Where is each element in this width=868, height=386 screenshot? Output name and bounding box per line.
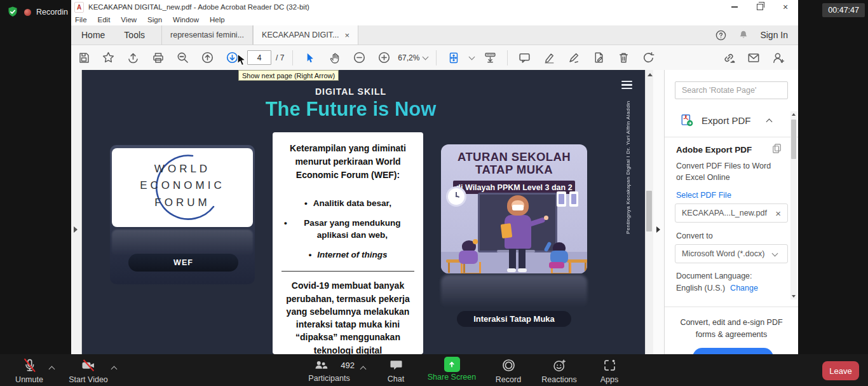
page-total-label: / 7: [276, 53, 284, 62]
dropdown-caret-icon: [772, 250, 778, 256]
remove-file-icon[interactable]: ×: [775, 208, 781, 219]
delete-page-button[interactable]: [611, 48, 636, 67]
change-language-link[interactable]: Change: [730, 284, 758, 293]
export-pdf-icon: [680, 113, 694, 127]
scroll-up-icon[interactable]: [648, 73, 653, 76]
previous-page-button[interactable]: [195, 48, 220, 67]
reactions-button[interactable]: Reactions: [536, 357, 583, 384]
share-file-button[interactable]: [121, 48, 146, 67]
menu-edit[interactable]: Edit: [98, 16, 111, 24]
hand-icon: [329, 52, 341, 64]
apps-icon: [602, 357, 617, 373]
share-link-button[interactable]: [716, 48, 741, 67]
start-video-button[interactable]: Start Video: [66, 357, 111, 384]
save-button[interactable]: [71, 48, 96, 67]
comment-button[interactable]: [512, 48, 537, 67]
tab-doc-representasi[interactable]: representasi femini...: [161, 25, 253, 45]
star-icon: [102, 51, 115, 64]
format-dropdown[interactable]: Microsoft Word (*.docx): [675, 244, 788, 263]
zoom-out-button[interactable]: [347, 48, 372, 67]
minimize-button[interactable]: [722, 0, 747, 14]
comment-icon: [518, 51, 531, 64]
stamp-button[interactable]: [587, 48, 611, 67]
acrobat-window: A KECAKAPAN DIGITAL_new.pdf - Adobe Acro…: [71, 0, 798, 354]
record-button[interactable]: Record: [487, 357, 530, 384]
selected-file-chip[interactable]: KECAKAPA...L_new.pdf ×: [675, 203, 788, 223]
page-number-input[interactable]: [247, 50, 271, 65]
page-pen-icon: [592, 51, 606, 64]
sign-in-button[interactable]: Sign In: [760, 30, 788, 40]
menu-window[interactable]: Window: [173, 16, 199, 24]
pdf-scrollbar-thumb[interactable]: [646, 191, 652, 231]
menu-file[interactable]: File: [75, 16, 87, 24]
menu-sign[interactable]: Sign: [147, 16, 162, 24]
share-screen-icon: [444, 357, 460, 372]
panel-footer-text: Convert, edit and e-sign PDF forms & agr…: [677, 317, 785, 341]
notifications-bell-icon[interactable]: [738, 29, 749, 41]
unmute-button[interactable]: Unmute: [9, 357, 50, 384]
skills-heading: Keterampilan yang diminati menurut perki…: [279, 142, 417, 182]
panel-scrollbar-thumb[interactable]: [791, 120, 796, 159]
page-scrolling-icon: [484, 51, 497, 64]
participants-button[interactable]: 492 Participants: [304, 357, 355, 383]
zoom-level-select[interactable]: 67,2%: [398, 53, 419, 62]
meeting-timer: 00:47:47: [822, 3, 865, 17]
nav-pane-strip: [71, 70, 82, 354]
wall-poster: [569, 191, 578, 207]
select-pdf-file-link[interactable]: Select PDF File: [676, 191, 731, 200]
restore-button[interactable]: [747, 0, 773, 14]
account-button[interactable]: [766, 48, 790, 67]
participants-options-caret[interactable]: [357, 362, 369, 374]
panel-expand-icon[interactable]: [656, 226, 660, 233]
convert-to-label: Convert to: [676, 231, 713, 240]
convert-button[interactable]: [693, 348, 773, 354]
panel-scroll-down-icon[interactable]: [792, 295, 796, 298]
skills-bullet-list: •Analitik data besar, •Pasar yang menduk…: [273, 197, 423, 261]
help-icon[interactable]: [715, 29, 727, 41]
share-screen-button[interactable]: Share Screen: [427, 357, 477, 382]
title-bar: A KECAKAPAN DIGITAL_new.pdf - Adobe Acro…: [71, 0, 798, 14]
search-button[interactable]: [170, 48, 195, 67]
rotate-page-button[interactable]: [636, 48, 661, 67]
menu-view[interactable]: View: [121, 16, 137, 24]
menu-help[interactable]: Help: [210, 16, 225, 24]
mouse-cursor: [237, 53, 247, 67]
highlight-button[interactable]: [537, 48, 562, 67]
acrobat-app-icon: A: [74, 2, 84, 13]
tab-tools[interactable]: Tools: [115, 25, 154, 45]
zoom-level-caret-icon[interactable]: [423, 54, 429, 60]
search-icon: [176, 51, 189, 64]
pdf-scrollbar[interactable]: [645, 70, 653, 354]
person-add-icon: [771, 51, 785, 65]
panel-scrollbar[interactable]: [790, 111, 797, 300]
tab-bar: Home Tools representasi femini... KECAKA…: [71, 25, 798, 45]
collapse-section-icon[interactable]: [766, 118, 773, 125]
tab-doc-kecakapan[interactable]: KECAKAPAN DIGIT... ×: [253, 25, 358, 45]
fit-page-icon: [447, 52, 460, 64]
leave-button[interactable]: Leave: [822, 361, 859, 380]
page-display-button[interactable]: [478, 48, 503, 67]
chat-bubble-icon: [389, 357, 403, 373]
tab-close-icon[interactable]: ×: [344, 31, 349, 40]
hand-tool-button[interactable]: [322, 48, 347, 67]
search-input[interactable]: [675, 81, 788, 99]
close-button[interactable]: ×: [773, 0, 798, 14]
star-button[interactable]: [96, 48, 121, 67]
export-pdf-section-header[interactable]: Export PDF: [665, 109, 798, 131]
print-button[interactable]: [146, 48, 170, 67]
email-button[interactable]: [741, 48, 766, 67]
unmute-options-caret[interactable]: [46, 362, 58, 374]
participants-count: 492: [341, 361, 355, 370]
panel-scroll-up-icon[interactable]: [792, 113, 796, 116]
tab-home[interactable]: Home: [72, 25, 114, 45]
zoom-in-button[interactable]: [372, 48, 397, 67]
fill-sign-button[interactable]: [562, 48, 587, 67]
fit-page-caret-icon[interactable]: [469, 54, 475, 60]
fit-page-button[interactable]: [441, 48, 466, 67]
video-options-caret[interactable]: [108, 362, 120, 374]
select-tool-button[interactable]: [297, 48, 322, 67]
slide-title: The Future is Now: [82, 98, 620, 121]
nav-pane-expand-icon[interactable]: [74, 226, 78, 233]
apps-button[interactable]: Apps: [590, 357, 629, 384]
chat-button[interactable]: Chat: [378, 357, 414, 383]
